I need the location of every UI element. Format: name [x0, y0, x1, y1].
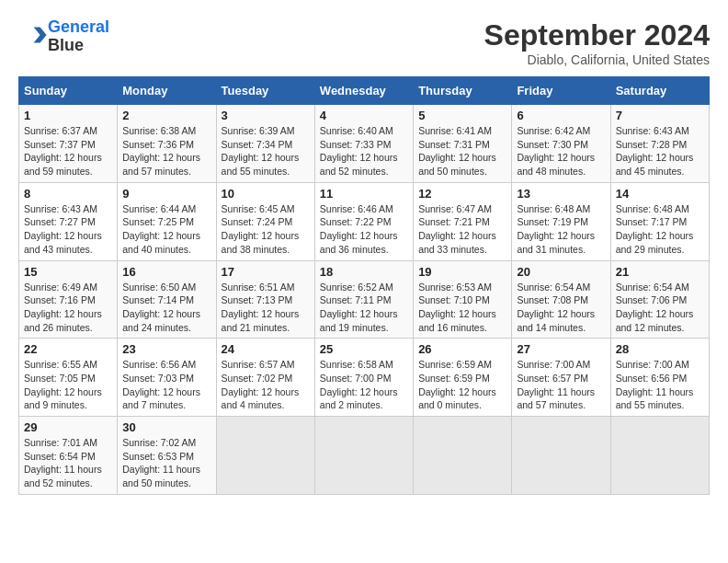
day-number: 10	[222, 187, 310, 201]
day-number: 4	[320, 109, 408, 122]
day-number: 15	[24, 265, 112, 279]
title-block: September 2024 Diablo, California, Unite…	[484, 18, 710, 67]
day-info: Sunrise: 6:56 AMSunset: 7:03 PMDaylight:…	[122, 359, 200, 410]
calendar-header-row: Sunday Monday Tuesday Wednesday Thursday…	[19, 77, 710, 105]
day-number: 28	[616, 342, 704, 356]
day-info: Sunrise: 6:39 AMSunset: 7:34 PMDaylight:…	[222, 125, 300, 177]
calendar-cell: 16 Sunrise: 6:50 AMSunset: 7:14 PMDaylig…	[118, 260, 216, 339]
calendar-cell	[512, 417, 610, 495]
calendar-week-row: 15 Sunrise: 6:49 AMSunset: 7:16 PMDaylig…	[19, 260, 710, 339]
day-info: Sunrise: 6:58 AMSunset: 7:00 PMDaylight:…	[320, 359, 398, 410]
day-info: Sunrise: 6:40 AMSunset: 7:33 PMDaylight:…	[320, 125, 398, 177]
day-number: 11	[320, 187, 408, 201]
logo-text: General Blue	[48, 18, 109, 55]
calendar-cell: 14 Sunrise: 6:48 AMSunset: 7:17 PMDaylig…	[610, 182, 709, 260]
day-number: 13	[517, 187, 605, 201]
day-info: Sunrise: 6:43 AMSunset: 7:28 PMDaylight:…	[616, 125, 694, 177]
calendar-cell: 15 Sunrise: 6:49 AMSunset: 7:16 PMDaylig…	[19, 260, 118, 339]
col-tuesday: Tuesday	[216, 77, 314, 105]
calendar-week-row: 8 Sunrise: 6:43 AMSunset: 7:27 PMDayligh…	[19, 182, 710, 260]
day-info: Sunrise: 6:53 AMSunset: 7:10 PMDaylight:…	[418, 282, 496, 333]
calendar-week-row: 1 Sunrise: 6:37 AMSunset: 7:37 PMDayligh…	[19, 105, 710, 183]
day-info: Sunrise: 6:41 AMSunset: 7:31 PMDaylight:…	[418, 125, 496, 177]
calendar-cell: 19 Sunrise: 6:53 AMSunset: 7:10 PMDaylig…	[414, 260, 512, 339]
calendar-cell: 22 Sunrise: 6:55 AMSunset: 7:05 PMDaylig…	[19, 339, 118, 417]
calendar-cell: 29 Sunrise: 7:01 AMSunset: 6:54 PMDaylig…	[19, 417, 118, 495]
day-info: Sunrise: 6:48 AMSunset: 7:19 PMDaylight:…	[517, 203, 595, 255]
calendar-cell: 9 Sunrise: 6:44 AMSunset: 7:25 PMDayligh…	[118, 182, 216, 260]
day-info: Sunrise: 6:44 AMSunset: 7:25 PMDaylight:…	[122, 203, 200, 255]
day-number: 7	[616, 109, 704, 122]
calendar-cell: 8 Sunrise: 6:43 AMSunset: 7:27 PMDayligh…	[19, 182, 118, 260]
page-header: General Blue September 2024 Diablo, Cali…	[18, 18, 710, 67]
day-number: 18	[320, 265, 408, 279]
day-info: Sunrise: 6:59 AMSunset: 6:59 PMDaylight:…	[418, 359, 496, 410]
calendar-week-row: 22 Sunrise: 6:55 AMSunset: 7:05 PMDaylig…	[19, 339, 710, 417]
day-info: Sunrise: 6:47 AMSunset: 7:21 PMDaylight:…	[418, 203, 496, 255]
day-number: 3	[222, 109, 310, 122]
day-number: 12	[418, 187, 506, 201]
col-monday: Monday	[118, 77, 216, 105]
day-info: Sunrise: 6:48 AMSunset: 7:17 PMDaylight:…	[616, 203, 694, 255]
calendar-cell: 23 Sunrise: 6:56 AMSunset: 7:03 PMDaylig…	[118, 339, 216, 417]
day-info: Sunrise: 6:37 AMSunset: 7:37 PMDaylight:…	[24, 125, 102, 177]
calendar-cell: 30 Sunrise: 7:02 AMSunset: 6:53 PMDaylig…	[118, 417, 216, 495]
day-info: Sunrise: 6:50 AMSunset: 7:14 PMDaylight:…	[122, 282, 200, 333]
day-number: 2	[122, 109, 210, 122]
calendar-cell	[314, 417, 413, 495]
col-saturday: Saturday	[610, 77, 709, 105]
svg-marker-0	[34, 27, 47, 42]
calendar-cell: 28 Sunrise: 7:00 AMSunset: 6:56 PMDaylig…	[610, 339, 709, 417]
day-info: Sunrise: 7:00 AMSunset: 6:57 PMDaylight:…	[517, 359, 595, 410]
day-info: Sunrise: 6:49 AMSunset: 7:16 PMDaylight:…	[24, 282, 102, 333]
day-info: Sunrise: 6:43 AMSunset: 7:27 PMDaylight:…	[24, 203, 102, 255]
day-number: 23	[122, 342, 210, 356]
day-info: Sunrise: 7:00 AMSunset: 6:56 PMDaylight:…	[616, 359, 694, 410]
day-number: 20	[517, 265, 605, 279]
day-number: 26	[418, 342, 506, 356]
calendar-cell: 11 Sunrise: 6:46 AMSunset: 7:22 PMDaylig…	[314, 182, 413, 260]
calendar-cell: 21 Sunrise: 6:54 AMSunset: 7:06 PMDaylig…	[610, 260, 709, 339]
calendar-cell: 13 Sunrise: 6:48 AMSunset: 7:19 PMDaylig…	[512, 182, 610, 260]
day-info: Sunrise: 6:51 AMSunset: 7:13 PMDaylight:…	[222, 282, 300, 333]
day-info: Sunrise: 6:46 AMSunset: 7:22 PMDaylight:…	[320, 203, 398, 255]
calendar-cell	[610, 417, 709, 495]
day-info: Sunrise: 6:54 AMSunset: 7:06 PMDaylight:…	[616, 282, 694, 333]
day-number: 6	[517, 109, 605, 122]
calendar-cell	[414, 417, 512, 495]
calendar-table: Sunday Monday Tuesday Wednesday Thursday…	[18, 76, 710, 495]
day-info: Sunrise: 6:45 AMSunset: 7:24 PMDaylight:…	[222, 203, 300, 255]
day-info: Sunrise: 6:52 AMSunset: 7:11 PMDaylight:…	[320, 282, 398, 333]
calendar-cell: 2 Sunrise: 6:38 AMSunset: 7:36 PMDayligh…	[118, 105, 216, 183]
calendar-cell: 3 Sunrise: 6:39 AMSunset: 7:34 PMDayligh…	[216, 105, 314, 183]
calendar-cell: 1 Sunrise: 6:37 AMSunset: 7:37 PMDayligh…	[19, 105, 118, 183]
calendar-cell	[216, 417, 314, 495]
col-thursday: Thursday	[414, 77, 512, 105]
calendar-cell: 6 Sunrise: 6:42 AMSunset: 7:30 PMDayligh…	[512, 105, 610, 183]
day-number: 27	[517, 342, 605, 356]
calendar-cell: 27 Sunrise: 7:00 AMSunset: 6:57 PMDaylig…	[512, 339, 610, 417]
calendar-cell: 18 Sunrise: 6:52 AMSunset: 7:11 PMDaylig…	[314, 260, 413, 339]
col-friday: Friday	[512, 77, 610, 105]
calendar-cell: 10 Sunrise: 6:45 AMSunset: 7:24 PMDaylig…	[216, 182, 314, 260]
day-info: Sunrise: 6:55 AMSunset: 7:05 PMDaylight:…	[24, 359, 102, 410]
calendar-body: 1 Sunrise: 6:37 AMSunset: 7:37 PMDayligh…	[19, 105, 710, 495]
calendar-cell: 17 Sunrise: 6:51 AMSunset: 7:13 PMDaylig…	[216, 260, 314, 339]
calendar-cell: 25 Sunrise: 6:58 AMSunset: 7:00 PMDaylig…	[314, 339, 413, 417]
day-number: 14	[616, 187, 704, 201]
day-number: 17	[222, 265, 310, 279]
day-number: 19	[418, 265, 506, 279]
day-number: 16	[122, 265, 210, 279]
calendar-week-row: 29 Sunrise: 7:01 AMSunset: 6:54 PMDaylig…	[19, 417, 710, 495]
day-info: Sunrise: 7:01 AMSunset: 6:54 PMDaylight:…	[24, 437, 102, 488]
day-info: Sunrise: 6:54 AMSunset: 7:08 PMDaylight:…	[517, 282, 595, 333]
logo-icon	[22, 22, 48, 48]
calendar-cell: 12 Sunrise: 6:47 AMSunset: 7:21 PMDaylig…	[414, 182, 512, 260]
col-sunday: Sunday	[19, 77, 118, 105]
calendar-cell: 4 Sunrise: 6:40 AMSunset: 7:33 PMDayligh…	[314, 105, 413, 183]
calendar-cell: 26 Sunrise: 6:59 AMSunset: 6:59 PMDaylig…	[414, 339, 512, 417]
day-number: 30	[122, 420, 210, 434]
calendar-cell: 7 Sunrise: 6:43 AMSunset: 7:28 PMDayligh…	[610, 105, 709, 183]
calendar-cell: 5 Sunrise: 6:41 AMSunset: 7:31 PMDayligh…	[414, 105, 512, 183]
day-number: 8	[24, 187, 112, 201]
